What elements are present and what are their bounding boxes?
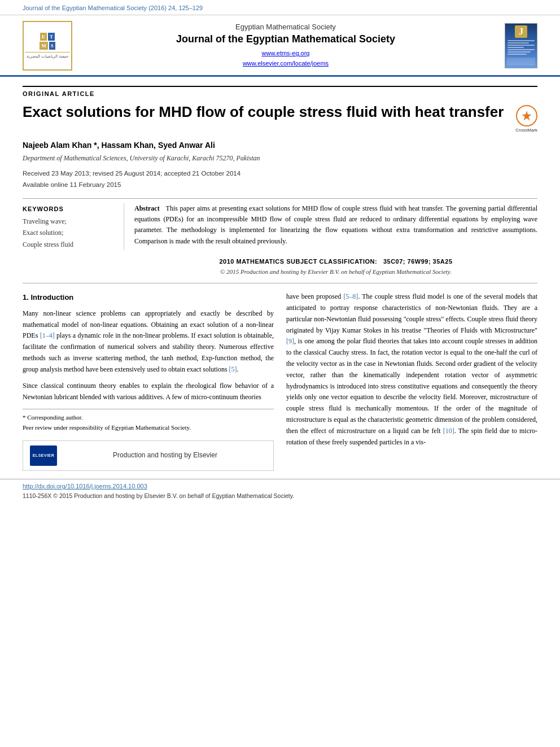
issn-text: 1110-256X © 2015 Production and hosting …	[23, 492, 294, 499]
ref-link-5[interactable]: [5]	[229, 365, 237, 373]
keywords-title: KEYWORDS	[23, 206, 113, 212]
elsevier-logo-text: ELSEVIER	[33, 452, 55, 459]
col1-para2: Since classical continuum theory enables…	[23, 381, 274, 403]
footnote-corresponding: * Corresponding author.	[23, 413, 274, 423]
journal-name: Journal of the Egyptian Mathematical Soc…	[79, 33, 492, 45]
society-name: Egyptian Mathematical Society	[79, 23, 492, 31]
crossmark-badge[interactable]: CrossMark	[515, 105, 537, 133]
classification-codes: 35C07; 76W99; 35A25	[383, 258, 453, 265]
abstract-label: Abstract	[134, 204, 160, 212]
received-date: Received 23 May 2013; revised 25 August …	[23, 168, 537, 180]
copyright-text: © 2015 Production and hosting by Elsevie…	[124, 268, 537, 275]
header-logo-right: J	[492, 23, 537, 68]
available-date: Available online 11 February 2015	[23, 180, 537, 191]
doi-link[interactable]: http://dx.doi.org/10.1016/j.joems.2014.1…	[23, 483, 537, 490]
keyword-2: Exact solution;	[23, 227, 113, 238]
classification: 2010 MATHEMATICS SUBJECT CLASSIFICATION:…	[124, 258, 537, 265]
body-divider	[23, 283, 537, 283]
abstract-column: Abstract This paper aims at presenting e…	[124, 203, 537, 250]
journal-cover-j-letter: J	[515, 25, 527, 38]
elsevier-tagline: Production and hosting by Elsevier	[64, 450, 266, 461]
two-col-body: 1. Introduction Many non-linear science …	[23, 291, 537, 471]
main-content: ORIGINAL ARTICLE Exact solutions for MHD…	[0, 77, 560, 471]
ref-link-1-4[interactable]: [1–4]	[40, 331, 55, 339]
etms-logo: E T M S جمعية الرياضيات المصرية	[23, 21, 72, 71]
authors: Najeeb Alam Khan *, Hassam Khan, Syed An…	[23, 141, 537, 150]
ref-link-9[interactable]: [9]	[286, 337, 294, 345]
crossmark-icon	[516, 105, 537, 126]
abstract-body: This paper aims at presenting exact solu…	[134, 204, 537, 245]
crossmark-label: CrossMark	[515, 128, 537, 133]
elsevier-logo: ELSEVIER	[30, 445, 57, 466]
keyword-3: Couple stress fluid	[23, 239, 113, 250]
journal-citation-link[interactable]: Journal of the Egyptian Mathematical Soc…	[23, 5, 203, 11]
footnote-section: * Corresponding author. Peer review unde…	[23, 409, 274, 433]
abstract-text: Abstract This paper aims at presenting e…	[134, 203, 537, 247]
header-logo-left: E T M S جمعية الرياضيات المصرية	[23, 21, 79, 71]
elsevier-box: ELSEVIER Production and hosting by Elsev…	[23, 440, 274, 471]
ref-link-5-8[interactable]: [5–8]	[343, 292, 358, 300]
etms-arabic-text: جمعية الرياضيات المصرية	[25, 54, 70, 59]
url1-link[interactable]: www.etms-eg.org	[262, 50, 310, 56]
dates-section: Received 23 May 2013; revised 25 August …	[23, 168, 537, 190]
bottom-footer: http://dx.doi.org/10.1016/j.joems.2014.1…	[0, 479, 560, 506]
body-col-left: 1. Introduction Many non-linear science …	[23, 291, 274, 471]
col1-para1: Many non-linear science problems can app…	[23, 308, 274, 375]
keywords-list: Traveling wave; Exact solution; Couple s…	[23, 216, 113, 250]
keyword-1: Traveling wave;	[23, 216, 113, 227]
url2-link[interactable]: www.elsevier.com/locate/joems	[243, 60, 329, 67]
header-section: E T M S جمعية الرياضيات المصرية Egyptian…	[0, 15, 560, 77]
article-type-tag: ORIGINAL ARTICLE	[23, 86, 537, 97]
header-urls: www.etms-eg.org www.elsevier.com/locate/…	[79, 49, 492, 68]
page: Journal of the Egyptian Mathematical Soc…	[0, 0, 560, 747]
journal-cover-lines	[508, 40, 535, 56]
header-center: Egyptian Mathematical Society Journal of…	[79, 23, 492, 68]
ref-link-10[interactable]: [10]	[443, 427, 454, 435]
keywords-column: KEYWORDS Traveling wave; Exact solution;…	[23, 203, 124, 250]
section1-heading: 1. Introduction	[23, 291, 274, 303]
article-title: Exact solutions for MHD flow of couple s…	[23, 103, 506, 121]
affiliation: Department of Mathematical Sciences, Uni…	[23, 154, 537, 163]
body-col-right: have been proposed [5–8]. The couple str…	[286, 291, 537, 471]
classification-label: 2010 MATHEMATICS SUBJECT CLASSIFICATION:	[219, 258, 377, 265]
journal-cover-image: J	[505, 23, 537, 68]
footnote-peer: Peer review under responsibility of Egyp…	[23, 423, 274, 433]
divider-1	[23, 198, 537, 199]
keywords-abstract-row: KEYWORDS Traveling wave; Exact solution;…	[23, 203, 537, 250]
col2-para1: have been proposed [5–8]. The couple str…	[286, 291, 537, 448]
top-bar: Journal of the Egyptian Mathematical Soc…	[0, 0, 560, 15]
title-row: Exact solutions for MHD flow of couple s…	[23, 103, 537, 133]
